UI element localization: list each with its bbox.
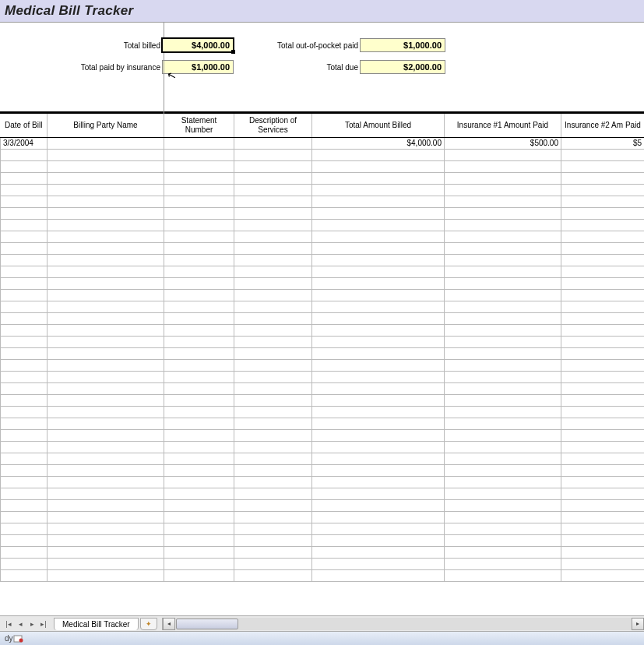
cell-desc[interactable] — [234, 196, 312, 207]
cell-ins2[interactable] — [561, 196, 645, 207]
cell-total[interactable] — [312, 569, 445, 581]
cell-ins2[interactable] — [561, 277, 645, 289]
cell-stmt[interactable] — [164, 149, 234, 160]
cell-ins1[interactable] — [445, 312, 561, 324]
cell-stmt[interactable] — [164, 371, 234, 382]
cell-desc[interactable] — [234, 137, 312, 149]
cell-date[interactable] — [1, 184, 48, 196]
cell-ins2[interactable] — [561, 511, 645, 523]
col-header-stmt[interactable]: Statement Number — [164, 114, 234, 137]
cell-date[interactable] — [1, 511, 48, 523]
cell-date[interactable] — [1, 149, 48, 160]
cell-date[interactable] — [1, 242, 48, 254]
cell-desc[interactable] — [234, 534, 312, 546]
cell-ins1[interactable] — [445, 499, 561, 511]
cell-ins1[interactable] — [445, 558, 561, 569]
cell-date[interactable] — [1, 231, 48, 242]
cell-date[interactable] — [1, 488, 48, 499]
cell-ins2[interactable] — [561, 441, 645, 453]
cell-stmt[interactable] — [164, 523, 234, 534]
cell-party[interactable] — [48, 546, 164, 558]
cell-stmt[interactable] — [164, 476, 234, 488]
cell-stmt[interactable] — [164, 231, 234, 242]
cell-ins1[interactable] — [445, 394, 561, 406]
cell-ins2[interactable] — [561, 394, 645, 406]
macro-record-icon[interactable] — [13, 634, 24, 643]
cell-party[interactable] — [48, 534, 164, 546]
col-header-ins1[interactable]: Insurance #1 Amount Paid — [445, 114, 561, 137]
cell-stmt[interactable] — [164, 441, 234, 453]
cell-stmt[interactable] — [164, 347, 234, 359]
cell-desc[interactable] — [234, 406, 312, 418]
cell-desc[interactable] — [234, 569, 312, 581]
cell-date[interactable] — [1, 196, 48, 207]
col-header-party[interactable]: Billing Party Name — [48, 114, 164, 137]
cell-stmt[interactable] — [164, 558, 234, 569]
cell-total[interactable] — [312, 464, 445, 476]
cell-party[interactable] — [48, 149, 164, 160]
cell-date[interactable] — [1, 499, 48, 511]
cell-total[interactable] — [312, 289, 445, 301]
cell-desc[interactable] — [234, 394, 312, 406]
cell-ins1[interactable] — [445, 464, 561, 476]
cell-ins1[interactable] — [445, 453, 561, 464]
cell-desc[interactable] — [234, 347, 312, 359]
cell-total[interactable] — [312, 511, 445, 523]
cell-total[interactable] — [312, 266, 445, 277]
cell-total[interactable] — [312, 546, 445, 558]
cell-ins2[interactable]: $5 — [561, 137, 645, 149]
cell-desc[interactable] — [234, 184, 312, 196]
cell-party[interactable] — [48, 301, 164, 312]
cell-desc[interactable] — [234, 312, 312, 324]
cell-stmt[interactable] — [164, 464, 234, 476]
cell-ins2[interactable] — [561, 569, 645, 581]
cell-desc[interactable] — [234, 418, 312, 429]
cell-ins2[interactable] — [561, 418, 645, 429]
cell-total[interactable] — [312, 488, 445, 499]
cell-ins1[interactable] — [445, 534, 561, 546]
cell-ins1[interactable] — [445, 441, 561, 453]
cell-ins2[interactable] — [561, 324, 645, 336]
cell-total[interactable] — [312, 160, 445, 172]
cell-stmt[interactable] — [164, 406, 234, 418]
cell-ins2[interactable] — [561, 546, 645, 558]
cell-desc[interactable] — [234, 324, 312, 336]
cell-stmt[interactable] — [164, 254, 234, 266]
cell-ins1[interactable] — [445, 172, 561, 184]
cell-total[interactable] — [312, 359, 445, 371]
cell-desc[interactable] — [234, 266, 312, 277]
cell-ins1[interactable]: $500.00 — [445, 137, 561, 149]
cell-ins1[interactable] — [445, 511, 561, 523]
cell-ins2[interactable] — [561, 429, 645, 441]
cell-ins2[interactable] — [561, 464, 645, 476]
cell-date[interactable] — [1, 160, 48, 172]
cell-party[interactable] — [48, 196, 164, 207]
cell-stmt[interactable] — [164, 359, 234, 371]
tab-nav-last-icon[interactable]: ▸| — [38, 619, 49, 629]
cell-desc[interactable] — [234, 558, 312, 569]
cell-stmt[interactable] — [164, 219, 234, 231]
cell-date[interactable] — [1, 464, 48, 476]
cell-ins2[interactable] — [561, 242, 645, 254]
cell-desc[interactable] — [234, 149, 312, 160]
cell-desc[interactable] — [234, 277, 312, 289]
cell-ins1[interactable] — [445, 406, 561, 418]
cell-date[interactable] — [1, 301, 48, 312]
cell-stmt[interactable] — [164, 534, 234, 546]
cell-date[interactable] — [1, 453, 48, 464]
cell-date[interactable] — [1, 219, 48, 231]
cell-stmt[interactable] — [164, 488, 234, 499]
cell-ins1[interactable] — [445, 231, 561, 242]
tab-nav-first-icon[interactable]: |◂ — [3, 619, 14, 629]
cell-total[interactable] — [312, 184, 445, 196]
cell-party[interactable] — [48, 207, 164, 219]
cell-desc[interactable] — [234, 488, 312, 499]
cell-total[interactable] — [312, 207, 445, 219]
cell-ins1[interactable] — [445, 196, 561, 207]
cell-date[interactable] — [1, 406, 48, 418]
cell-total[interactable] — [312, 336, 445, 347]
new-sheet-icon[interactable]: ✦ — [140, 618, 157, 630]
cell-party[interactable] — [48, 137, 164, 149]
cell-date[interactable] — [1, 266, 48, 277]
cell-total[interactable] — [312, 441, 445, 453]
